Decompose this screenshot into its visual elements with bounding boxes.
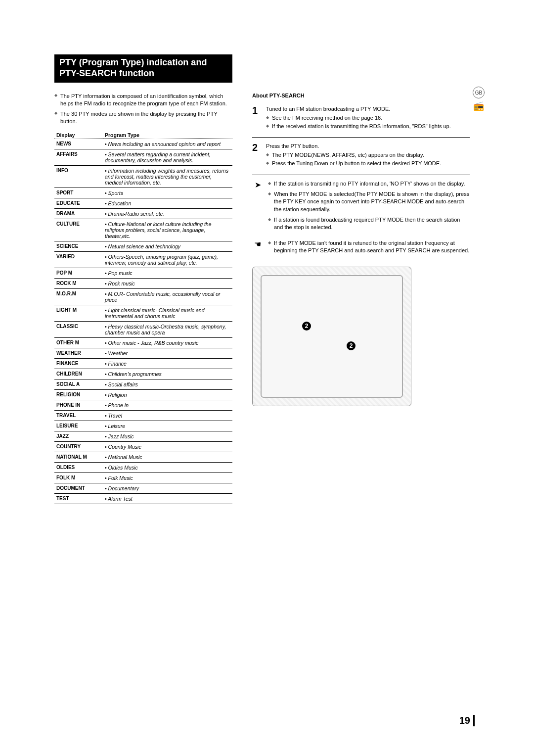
desc-cell: • Travel xyxy=(103,410,232,421)
table-row: POP M• Pop music xyxy=(54,268,232,278)
desc-cell: • Phone in xyxy=(103,400,232,410)
display-cell: NEWS xyxy=(54,139,103,149)
step: 1Tuned to an FM station broadcasting a P… xyxy=(252,105,470,131)
desc-cell: • Finance xyxy=(103,358,232,369)
display-cell: JAZZ xyxy=(54,431,103,441)
display-cell: CULTURE xyxy=(54,219,103,241)
table-row: M.O.R.M• M.O.R- Comfortable music, occas… xyxy=(54,288,232,305)
page-number: 19 xyxy=(459,715,475,726)
display-cell: ROCK M xyxy=(54,278,103,288)
page-title: PTY (Program Type) indication and PTY-SE… xyxy=(54,54,232,83)
display-cell: FINANCE xyxy=(54,358,103,369)
desc-cell: • Alarm Test xyxy=(103,493,232,504)
display-cell: VARIED xyxy=(54,251,103,268)
display-cell: INFO xyxy=(54,165,103,188)
display-cell: DRAMA xyxy=(54,208,103,219)
step-number: 2 xyxy=(252,142,261,168)
note-item: If a station is found broadcasting requi… xyxy=(268,216,470,232)
arrow-icon: ➤ xyxy=(252,181,263,189)
display-cell: RELIGION xyxy=(54,389,103,400)
desc-cell: • Leisure xyxy=(103,421,232,431)
table-row: SPORT• Sports xyxy=(54,188,232,198)
display-cell: POP M xyxy=(54,268,103,278)
device-illustration: 2 2 xyxy=(252,267,411,406)
display-cell: LEISURE xyxy=(54,421,103,431)
display-cell: PHONE IN xyxy=(54,400,103,410)
display-cell: CLASSIC xyxy=(54,321,103,337)
note-arrow: ➤ If the station is transmitting no PTY … xyxy=(252,180,470,235)
step-body: Tuned to an FM station broadcasting a PT… xyxy=(266,105,451,131)
intro-item: The PTY information is composed of an id… xyxy=(54,93,232,107)
display-cell: SPORT xyxy=(54,188,103,198)
table-row: WEATHER• Weather xyxy=(54,348,232,358)
intro-item: The 30 PTY modes are shown in the displa… xyxy=(54,110,232,125)
table-row: AFFAIRS• Several matters regarding a cur… xyxy=(54,149,232,165)
callout-badge: 2 xyxy=(302,322,311,331)
table-row: DRAMA• Drama-Radio serial, etc. xyxy=(54,208,232,219)
table-row: CULTURE• Culture-National or local cultu… xyxy=(54,219,232,241)
divider xyxy=(252,137,470,138)
desc-cell: • M.O.R- Comfortable music, occasionally… xyxy=(103,288,232,305)
table-row: FINANCE• Finance xyxy=(54,358,232,369)
table-row: NEWS• News including an announced opinio… xyxy=(54,139,232,149)
display-cell: TEST xyxy=(54,493,103,504)
display-cell: AFFAIRS xyxy=(54,149,103,165)
callout-badge: 2 xyxy=(347,341,356,350)
desc-cell: • Children's programmes xyxy=(103,369,232,379)
desc-cell: • Several matters regarding a current in… xyxy=(103,149,232,165)
table-row: TRAVEL• Travel xyxy=(54,410,232,421)
table-row: OTHER M• Other music - Jazz, R&B country… xyxy=(54,337,232,348)
desc-cell: • Drama-Radio serial, etc. xyxy=(103,208,232,219)
table-row: LEISURE• Leisure xyxy=(54,421,232,431)
left-column: The PTY information is composed of an id… xyxy=(54,93,232,504)
desc-cell: • Natural science and technology xyxy=(103,241,232,251)
desc-cell: • News including an announced opinion an… xyxy=(103,139,232,149)
desc-cell: • Country Music xyxy=(103,441,232,452)
th-type: Program Type xyxy=(103,131,232,139)
display-cell: CHILDREN xyxy=(54,369,103,379)
display-cell: NATIONAL M xyxy=(54,452,103,462)
display-cell: SCIENCE xyxy=(54,241,103,251)
note-item: If the PTY MODE isn't found it is retune… xyxy=(268,239,470,255)
pty-table: Display Program Type NEWS• News includin… xyxy=(54,131,232,504)
desc-cell: • Pop music xyxy=(103,268,232,278)
table-row: VARIED• Others-Speech, amusing program (… xyxy=(54,251,232,268)
display-cell: TRAVEL xyxy=(54,410,103,421)
step-headline: Press the PTY button. xyxy=(266,142,441,150)
display-cell: FOLK M xyxy=(54,472,103,483)
table-row: INFO• Information including weights and … xyxy=(54,165,232,188)
step-number: 1 xyxy=(252,105,261,131)
table-row: SCIENCE• Natural science and technology xyxy=(54,241,232,251)
desc-cell: • Jazz Music xyxy=(103,431,232,441)
step-headline: Tuned to an FM station broadcasting a PT… xyxy=(266,105,451,113)
device-panel xyxy=(261,275,403,398)
about-heading: About PTY-SEARCH xyxy=(252,93,470,98)
table-row: LIGHT M• Light classical music- Classica… xyxy=(54,305,232,321)
desc-cell: • Oldies Music xyxy=(103,462,232,472)
display-cell: COUNTRY xyxy=(54,441,103,452)
table-row: SOCIAL A• Social affairs xyxy=(54,379,232,389)
desc-cell: • Education xyxy=(103,198,232,208)
desc-cell: • Light classical music- Classical music… xyxy=(103,305,232,321)
step-sub-item: Press the Tuning Down or Up button to se… xyxy=(266,160,441,167)
desc-cell: • Other music - Jazz, R&B country music xyxy=(103,337,232,348)
desc-cell: • Sports xyxy=(103,188,232,198)
desc-cell: • National Music xyxy=(103,452,232,462)
manual-page: GB 📻 PTY (Program Type) indication and P… xyxy=(0,0,534,756)
table-row: CLASSIC• Heavy classical music-Orchestra… xyxy=(54,321,232,337)
step-sub-item: If the received station is transmitting … xyxy=(266,123,451,130)
th-display: Display xyxy=(54,131,103,139)
desc-cell: • Heavy classical music-Orchestra music,… xyxy=(103,321,232,337)
desc-cell: • Information including weights and meas… xyxy=(103,165,232,188)
desc-cell: • Religion xyxy=(103,389,232,400)
step-body: Press the PTY button.The PTY MODE(NEWS, … xyxy=(266,142,441,168)
table-row: NATIONAL M• National Music xyxy=(54,452,232,462)
divider xyxy=(252,175,470,175)
display-cell: OLDIES xyxy=(54,462,103,472)
note-item: If the station is transmitting no PTY in… xyxy=(268,180,470,188)
step-sub-item: The PTY MODE(NEWS, AFFAIRS, etc) appears… xyxy=(266,151,441,159)
step: 2Press the PTY button.The PTY MODE(NEWS,… xyxy=(252,142,470,168)
display-cell: EDUCATE xyxy=(54,198,103,208)
desc-cell: • Others-Speech, amusing program (quiz, … xyxy=(103,251,232,268)
desc-cell: • Rock music xyxy=(103,278,232,288)
